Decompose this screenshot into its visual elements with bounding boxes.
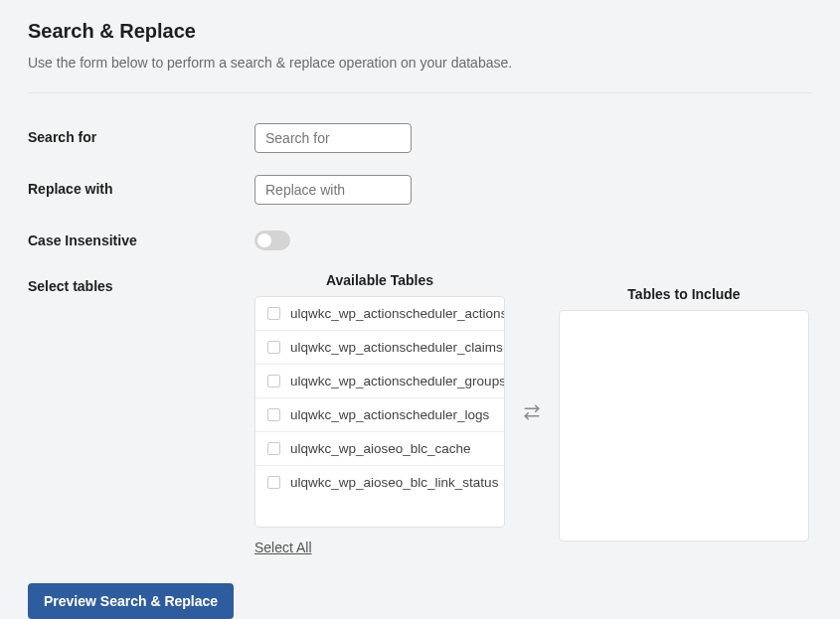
table-row[interactable]: ulqwkc_wp_actionscheduler_logs <box>255 398 504 432</box>
select-all-link[interactable]: Select All <box>254 540 312 555</box>
swap-icon <box>523 403 541 424</box>
available-tables-title: Available Tables <box>254 272 505 288</box>
preview-button[interactable]: Preview Search & Replace <box>28 583 234 619</box>
include-tables-list <box>559 310 809 542</box>
table-row[interactable]: ulqwkc_wp_actionscheduler_groups <box>255 365 504 398</box>
case-insensitive-toggle[interactable] <box>254 231 290 250</box>
table-name: ulqwkc_wp_actionscheduler_logs <box>290 407 489 422</box>
table-row[interactable]: ulqwkc_wp_actionscheduler_claims <box>255 331 504 365</box>
checkbox-icon[interactable] <box>267 375 280 387</box>
divider <box>28 92 812 93</box>
table-name: ulqwkc_wp_actionscheduler_actions <box>290 306 505 321</box>
table-name: ulqwkc_wp_actionscheduler_groups <box>290 374 505 388</box>
checkbox-icon[interactable] <box>267 442 280 455</box>
page-subtitle: Use the form below to perform a search &… <box>28 55 812 71</box>
table-row[interactable]: ulqwkc_wp_actionscheduler_actions <box>255 297 504 331</box>
table-row[interactable]: ulqwkc_wp_aioseo_blc_cache <box>255 432 504 466</box>
table-name: ulqwkc_wp_aioseo_blc_cache <box>290 441 471 456</box>
table-row[interactable]: ulqwkc_wp_aioseo_blc_link_status <box>255 466 504 499</box>
search-input[interactable] <box>254 123 412 153</box>
toggle-knob <box>257 233 271 247</box>
case-insensitive-label: Case Insensitive <box>28 227 254 248</box>
checkbox-icon[interactable] <box>267 408 280 421</box>
checkbox-icon[interactable] <box>267 476 280 489</box>
search-for-label: Search for <box>28 123 254 145</box>
checkbox-icon[interactable] <box>267 341 280 354</box>
table-name: ulqwkc_wp_aioseo_blc_link_status <box>290 475 498 490</box>
available-tables-list: ulqwkc_wp_actionscheduler_actions ulqwkc… <box>254 296 505 528</box>
table-name: ulqwkc_wp_actionscheduler_claims <box>290 340 503 355</box>
include-tables-title: Tables to Include <box>559 286 809 302</box>
replace-input[interactable] <box>254 175 412 205</box>
select-tables-label: Select tables <box>28 272 254 294</box>
checkbox-icon[interactable] <box>267 307 280 320</box>
replace-with-label: Replace with <box>28 175 254 197</box>
page-title: Search & Replace <box>28 20 812 43</box>
